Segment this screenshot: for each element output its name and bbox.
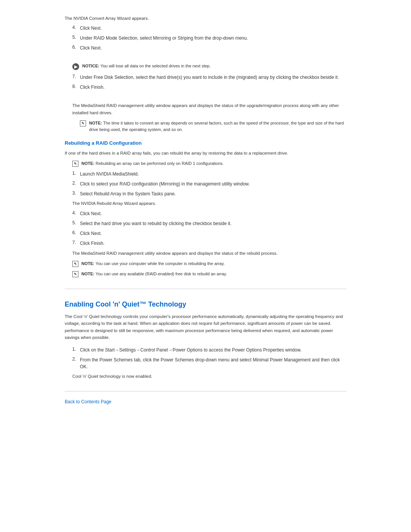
rebuild-step-3: 3. Select Rebuild Array in the System Ta…	[72, 190, 346, 197]
step-5-num: 5.	[72, 35, 80, 42]
step-7-num: 7.	[72, 74, 80, 81]
rebuild-step-4-num: 4.	[72, 210, 80, 217]
rebuild-step-4-text: Click Next.	[80, 210, 346, 217]
rebuild-step-5: 5. Select the hard drive you want to reb…	[72, 220, 346, 227]
notice-body: You will lose all data on the selected d…	[99, 64, 210, 68]
rebuild-step-4: 4. Click Next.	[72, 210, 346, 217]
cool-quiet-title: Enabling Cool 'n' Quiet™ Technology	[65, 300, 346, 308]
rebuild-step-5-num: 5.	[72, 220, 80, 227]
rebuild-step-1: 1. Launch NVIDIA MediaShield.	[72, 171, 346, 177]
rebuild-steps: 1. Launch NVIDIA MediaShield. 2. Click t…	[65, 171, 346, 246]
intro-note: The NVIDIA Convert Array Wizard appears.	[65, 15, 346, 22]
step-5-text: Under RAID Mode Selection, select Mirror…	[80, 35, 346, 42]
step-6-text: Click Next.	[80, 45, 346, 51]
raid1-note-text: NOTE: Rebuilding an array can be perform…	[81, 160, 224, 167]
rebuild-step-6-num: 6.	[72, 230, 80, 237]
rebuild-note1-label: NOTE:	[81, 261, 94, 266]
cool-quiet-intro: The Cool 'n' Quiet technology controls y…	[65, 313, 346, 341]
rebuild-note2-box: ✎ NOTE: You can use any available (RAID-…	[72, 271, 346, 277]
convert-note-icon: ✎	[80, 120, 86, 126]
rebuild-step-7: 7. Click Finish.	[72, 240, 346, 247]
cq-step-1-num: 1.	[72, 347, 80, 353]
rebuild-step-2: 2. Click to select your RAID configurati…	[72, 181, 346, 187]
notice-text: NOTICE: You will lose all data on the se…	[82, 63, 211, 69]
rebuild-note1-text: NOTE: You can use your computer while th…	[81, 260, 225, 267]
step-4-text: Click Next.	[80, 25, 346, 32]
cq-step-2: 2. From the Power Schemes tab, click the…	[72, 356, 346, 370]
rebuild-step-2-num: 2.	[72, 181, 80, 187]
rebuild-step-6: 6. Click Next.	[72, 230, 346, 237]
cq-step-1: 1. Click on the Start→Settings→Control P…	[72, 347, 346, 353]
steps-part2: 7. Under Free Disk Selection, select the…	[65, 74, 346, 91]
step-6-num: 6.	[72, 45, 80, 51]
cq-step-2-text: From the Power Schemes tab, click the Po…	[80, 356, 346, 370]
convert-note-box: ✎ NOTE: The time it takes to convert an …	[80, 120, 346, 133]
rebuild-section: Rebuilding a RAID Configuration If one o…	[65, 140, 346, 277]
rebuild-step-2-text: Click to select your RAID configuration …	[80, 181, 346, 187]
rebuild-step-6-text: Click Next.	[80, 230, 346, 237]
step-6: 6. Click Next.	[72, 45, 346, 51]
notice-label: NOTICE:	[82, 64, 99, 68]
convert-note-body: The time it takes to convert an array de…	[89, 121, 344, 132]
rebuild-intro: If one of the hard drives in a RAID arra…	[65, 150, 346, 157]
finish-text: The MediaShield RAID management utility …	[72, 102, 346, 116]
rebuild-step-1-num: 1.	[72, 171, 80, 177]
step-8-num: 8.	[72, 84, 80, 91]
cq-step-1-text: Click on the Start→Settings→Control Pane…	[80, 347, 346, 353]
rebuild-step-3-text: Select Rebuild Array in the System Tasks…	[80, 190, 346, 197]
raid1-note-box: ✎ NOTE: Rebuilding an array can be perfo…	[72, 160, 346, 167]
rebuild-step-1-text: Launch NVIDIA MediaShield.	[80, 171, 346, 177]
page-container: The NVIDIA Convert Array Wizard appears.…	[42, 0, 369, 420]
rebuild-step-7-num: 7.	[72, 240, 80, 247]
notice-icon: ▶	[72, 63, 79, 70]
rebuild-note1-box: ✎ NOTE: You can use your computer while …	[72, 260, 346, 267]
rebuild-step-3-num: 3.	[72, 190, 80, 197]
step-8: 8. Click Finish.	[72, 84, 346, 91]
back-to-contents-link[interactable]: Back to Contents Page	[65, 399, 112, 404]
rebuild-note1-body: You can use your computer while the comp…	[94, 261, 225, 266]
cq-enabled-text: Cool 'n' Quiet technology is now enabled…	[72, 373, 346, 380]
convert-note-label: NOTE:	[89, 121, 102, 125]
step-7-text: Under Free Disk Selection, select the ha…	[80, 74, 346, 81]
wizard-text: The NVIDIA Rebuild Array Wizard appears.	[72, 200, 346, 207]
rebuild-title: Rebuilding a RAID Configuration	[65, 140, 346, 146]
cq-step-2-num: 2.	[72, 356, 80, 370]
step-7: 7. Under Free Disk Selection, select the…	[72, 74, 346, 81]
rebuild-note2-body: You can use any available (RAID-enabled)…	[94, 272, 227, 276]
rebuild-step-7-text: Click Finish.	[80, 240, 346, 247]
step-5: 5. Under RAID Mode Selection, select Mir…	[72, 35, 346, 42]
raid1-note-icon: ✎	[72, 161, 78, 167]
divider-1	[65, 289, 346, 289]
rebuild-note2-text: NOTE: You can use any available (RAID-en…	[81, 271, 227, 277]
step-8-text: Click Finish.	[80, 84, 346, 91]
rebuild-note2-label: NOTE:	[81, 272, 94, 276]
raid1-note-body: Rebuilding an array can be performed onl…	[94, 161, 223, 166]
steps-part1: 4. Click Next. 5. Under RAID Mode Select…	[65, 25, 346, 51]
rebuild-finish-text: The MediaShield RAID management utility …	[72, 250, 346, 257]
rebuild-step-5-text: Select the hard drive you want to rebuil…	[80, 220, 346, 227]
cool-quiet-section: Enabling Cool 'n' Quiet™ Technology The …	[65, 300, 346, 380]
notice-box: ▶ NOTICE: You will lose all data on the …	[72, 63, 346, 70]
rebuild-note2-icon: ✎	[72, 271, 78, 277]
cool-quiet-steps: 1. Click on the Start→Settings→Control P…	[65, 347, 346, 370]
step-4-num: 4.	[72, 25, 80, 32]
rebuild-note1-icon: ✎	[72, 261, 78, 267]
step-4: 4. Click Next.	[72, 25, 346, 32]
raid1-note-label: NOTE:	[81, 161, 94, 166]
divider-2	[65, 391, 346, 391]
convert-note-text: NOTE: The time it takes to convert an ar…	[89, 120, 346, 133]
